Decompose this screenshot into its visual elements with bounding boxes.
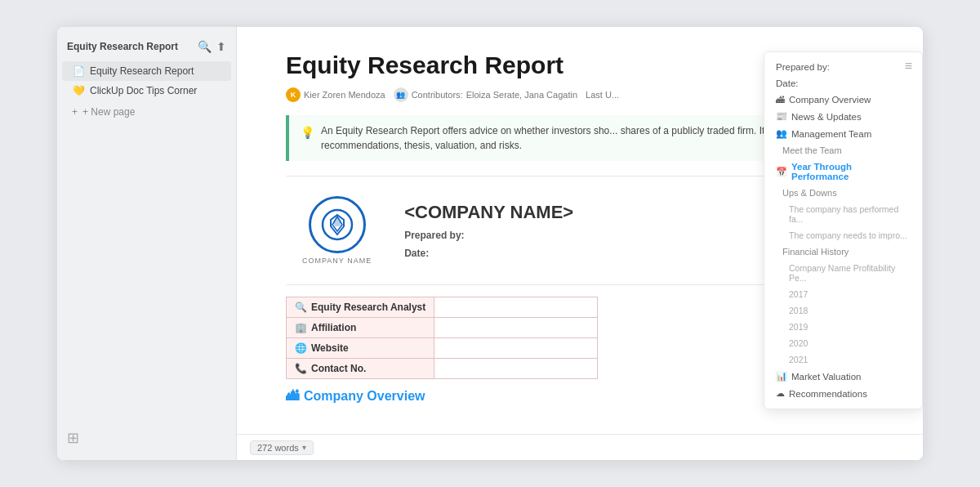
toc-label: Market Valuation [791,372,861,382]
toc-label: 2018 [789,306,808,315]
toc-icon-rec: ☁ [776,388,785,399]
contact-value-cell[interactable] [434,359,598,379]
plus-icon: + [72,106,78,118]
word-count-badge[interactable]: 272 words ▾ [250,440,314,455]
logo-svg [321,208,354,241]
company-info: <COMPANY NAME> Prepared by: Date: [404,202,573,259]
toc-item-improve[interactable]: The company needs to impro... [764,227,922,244]
cell-label-contact: 📞 Contact No. [295,363,425,374]
date-label: Date: [404,248,573,259]
word-count-text: 272 words [257,443,299,453]
sidebar-title: Equity Research Report [67,41,178,52]
toc-item-meet-team[interactable]: Meet the Team [764,142,922,159]
main-content: ≡ Prepared by: Date: 🏙 Company Overview … [237,27,923,460]
last-updated: Last U... [586,90,619,100]
toc-item-profitability[interactable]: Company Name Profitability Pe... [764,260,922,286]
contributors-label: Contributors: [412,90,463,100]
sidebar-item-label-tips: ClickUp Doc Tips Corner [90,85,197,96]
new-page-button[interactable]: + + New page [62,102,231,122]
table-row: 🔍 Equity Research Analyst [287,297,598,318]
toc-item-recommendations[interactable]: ☁ Recommendations [764,385,922,402]
analyst-table: 🔍 Equity Research Analyst 🏢 Affiliation [286,297,598,379]
toc-label: Prepared by: [776,62,830,72]
toc-item-company-overview[interactable]: 🏙 Company Overview [764,92,922,108]
toc-item-year-performance[interactable]: 📅 Year Through Performance [764,159,922,185]
company-name-placeholder: <COMPANY NAME> [404,202,573,223]
toc-item-news[interactable]: 📰 News & Updates [764,108,922,125]
toc-label: The company needs to impro... [789,230,907,240]
toc-item-market-valuation[interactable]: 📊 Market Valuation [764,368,922,385]
sidebar-header: Equity Research Report 🔍 ⬆ [57,34,236,61]
cell-label-analyst: 🔍 Equity Research Analyst [295,302,425,313]
cell-label-affiliation: 🏢 Affiliation [295,322,425,333]
toc-item-2020[interactable]: 2020 [764,335,922,351]
share-button[interactable]: ⬆ [216,40,226,53]
toc-item-performed[interactable]: The company has performed fa... [764,201,922,227]
overview-title: Company Overview [304,389,425,404]
toc-item-ups-downs[interactable]: Ups & Downs [764,185,922,201]
toc-icon-market: 📊 [776,371,787,382]
sidebar-item-clickup-tips[interactable]: 💛 ClickUp Doc Tips Corner [62,81,231,101]
contributors-section: 👥 Contributors: Eloiza Serate, Jana Caga… [394,87,577,102]
affiliation-label-cell: 🏢 Affiliation [287,318,434,338]
toc-label: Company Name Profitability Pe... [789,263,911,283]
sidebar-bottom-icon: ⊞ [67,430,79,446]
sidebar-bottom: ⊞ [57,422,236,453]
analyst-value-cell[interactable] [434,297,598,318]
author-section: K Kier Zoren Mendoza [286,87,385,102]
sidebar-item-equity-report[interactable]: 📄 Equity Research Report [62,61,231,81]
company-logo: COMPANY NAME [302,196,372,265]
toc-label: Ups & Downs [782,188,837,198]
overview-icon: 🏙 [286,389,299,404]
toc-toggle-icon[interactable]: ≡ [905,59,912,74]
website-icon: 🌐 [295,342,307,354]
website-label: Website [311,342,349,354]
callout-icon: 💡 [301,124,314,153]
toc-label: 2017 [789,289,808,299]
toc-item-management[interactable]: 👥 Management Team [764,125,922,142]
toc-label: Date: [776,78,799,88]
toc-label: Company Overview [789,95,871,105]
table-row: 🏢 Affiliation [287,318,598,338]
toc-label: The company has performed fa... [789,204,911,224]
toc-item-2018[interactable]: 2018 [764,302,922,319]
search-button[interactable]: 🔍 [198,40,212,53]
toc-label: Management Team [791,129,871,139]
new-page-label: + New page [82,106,135,118]
toc-label: Recommendations [789,389,867,399]
sidebar-icons: 🔍 ⬆ [198,40,226,53]
toc-item-2019[interactable]: 2019 [764,319,922,335]
doc-icon: 📄 [72,65,85,77]
toc-item-financial-history[interactable]: Financial History [764,244,922,260]
star-icon: 💛 [72,85,85,96]
contact-label: Contact No. [311,363,366,374]
affiliation-label: Affiliation [311,322,356,333]
toc-label: 2019 [789,322,808,332]
toc-item-2017[interactable]: 2017 [764,286,922,302]
analyst-label: Equity Research Analyst [311,302,425,313]
table-row: 🌐 Website [287,338,598,359]
analyst-label-cell: 🔍 Equity Research Analyst [287,297,434,318]
logo-circle [309,196,366,253]
toc-item-2021[interactable]: 2021 [764,351,922,368]
analyst-icon: 🔍 [295,302,307,313]
toc-item-prepared-by[interactable]: Prepared by: [764,59,922,75]
toc-label: 2020 [789,338,808,348]
table-row: 📞 Contact No. [287,359,598,379]
affiliation-value-cell[interactable] [434,318,598,338]
toc-label: Meet the Team [782,145,842,155]
contributors-icon: 👥 [394,87,408,102]
contact-label-cell: 📞 Contact No. [287,359,434,379]
author-name: Kier Zoren Mendoza [304,90,385,100]
app-container: Equity Research Report 🔍 ⬆ 📄 Equity Rese… [57,27,923,460]
toc-label: 2021 [789,355,808,364]
prepared-by-label: Prepared by: [404,230,573,241]
toc-icon-news: 📰 [776,111,787,122]
logo-text: COMPANY NAME [302,257,372,265]
toc-panel: ≡ Prepared by: Date: 🏙 Company Overview … [764,51,923,409]
affiliation-icon: 🏢 [295,322,307,333]
contact-icon: 📞 [295,363,307,374]
website-value-cell[interactable] [434,338,598,359]
toc-item-date[interactable]: Date: [764,75,922,92]
word-count-chevron: ▾ [302,443,306,452]
